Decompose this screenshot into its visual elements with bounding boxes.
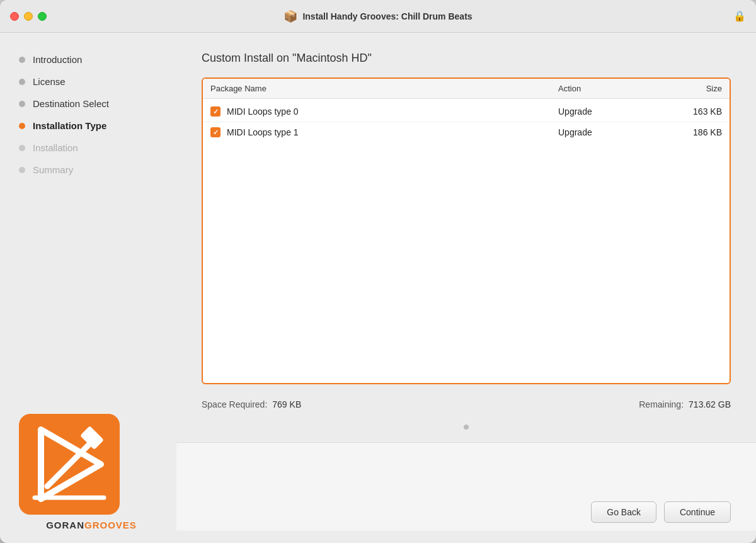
row-1-size: 186 KB — [659, 127, 722, 137]
minimize-button[interactable] — [24, 12, 33, 21]
sidebar-label-license: License — [33, 76, 66, 87]
space-required-label: Space Required: — [202, 399, 267, 409]
nav-dot-license — [19, 79, 25, 85]
row-0-action: Upgrade — [558, 106, 659, 117]
remaining-label: Remaining: — [639, 399, 684, 409]
sidebar-item-license[interactable]: License — [19, 74, 164, 89]
row-0-package: MIDI Loops type 0 — [210, 106, 558, 117]
row-1-package: MIDI Loops type 1 — [210, 127, 558, 137]
sidebar-label-introduction: Introduction — [33, 54, 82, 65]
nav-dot-destination — [19, 101, 25, 107]
sidebar-label-installation-type: Installation Type — [33, 120, 106, 131]
remaining-value: 713.62 GB — [689, 399, 731, 409]
row-0-size: 163 KB — [659, 106, 722, 117]
space-info: Space Required: 769 KB Remaining: 713.62… — [202, 394, 731, 412]
maximize-button[interactable] — [38, 12, 47, 21]
table-row[interactable]: MIDI Loops type 1 Upgrade 186 KB — [203, 122, 730, 142]
lock-icon: 🔒 — [733, 10, 746, 22]
nav-dot-summary — [19, 167, 25, 173]
main-panel: Custom Install on "Macintosh HD" Package… — [176, 33, 756, 543]
close-button[interactable] — [10, 12, 19, 21]
nav-dot-installation-type — [19, 123, 25, 129]
space-required-value: 769 KB — [272, 399, 301, 409]
sidebar-label-installation: Installation — [33, 142, 78, 153]
col-header-action: Action — [558, 84, 659, 93]
row-1-checkbox[interactable] — [210, 127, 220, 137]
row-1-name: MIDI Loops type 1 — [227, 127, 299, 137]
row-1-action: Upgrade — [558, 127, 659, 137]
scroll-dot — [464, 425, 469, 430]
titlebar: 📦 Install Handy Grooves: Chill Drum Beat… — [0, 0, 756, 33]
traffic-lights — [10, 12, 47, 21]
sidebar-item-destination-select[interactable]: Destination Select — [19, 96, 164, 111]
nav-dot-installation — [19, 145, 25, 151]
sidebar-item-installation[interactable]: Installation — [19, 140, 164, 156]
space-remaining: Remaining: 713.62 GB — [639, 399, 731, 409]
nav-dot-introduction — [19, 57, 25, 63]
button-bar: Go Back Continue — [0, 491, 756, 533]
col-header-size: Size — [659, 84, 722, 93]
sidebar-label-destination: Destination Select — [33, 98, 109, 109]
row-0-checkbox[interactable] — [210, 106, 220, 117]
package-table: Package Name Action Size MIDI Loops type… — [202, 77, 731, 384]
table-rows: MIDI Loops type 0 Upgrade 163 KB MIDI Lo… — [203, 99, 730, 145]
space-required: Space Required: 769 KB — [202, 399, 301, 409]
sidebar-item-introduction[interactable]: Introduction — [19, 52, 164, 67]
sidebar-item-installation-type[interactable]: Installation Type — [19, 118, 164, 134]
window-icon: 📦 — [284, 9, 297, 23]
window-title-text: Install Handy Grooves: Chill Drum Beats — [302, 11, 472, 21]
sidebar-label-summary: Summary — [33, 164, 73, 175]
table-header: Package Name Action Size — [203, 79, 730, 99]
content-area: Introduction License Destination Select … — [0, 33, 756, 543]
nav-items: Introduction License Destination Select … — [19, 52, 164, 401]
continue-button[interactable]: Continue — [664, 501, 731, 523]
table-row[interactable]: MIDI Loops type 0 Upgrade 163 KB — [203, 101, 730, 122]
sidebar: Introduction License Destination Select … — [0, 33, 176, 543]
row-0-name: MIDI Loops type 0 — [227, 106, 299, 117]
go-back-button[interactable]: Go Back — [591, 501, 656, 523]
sidebar-item-summary[interactable]: Summary — [19, 162, 164, 178]
panel-title: Custom Install on "Macintosh HD" — [202, 52, 731, 65]
installer-window: 📦 Install Handy Grooves: Chill Drum Beat… — [0, 0, 756, 543]
scroll-indicator — [202, 422, 731, 432]
col-header-package: Package Name — [210, 84, 558, 93]
window-title: 📦 Install Handy Grooves: Chill Drum Beat… — [284, 9, 472, 23]
